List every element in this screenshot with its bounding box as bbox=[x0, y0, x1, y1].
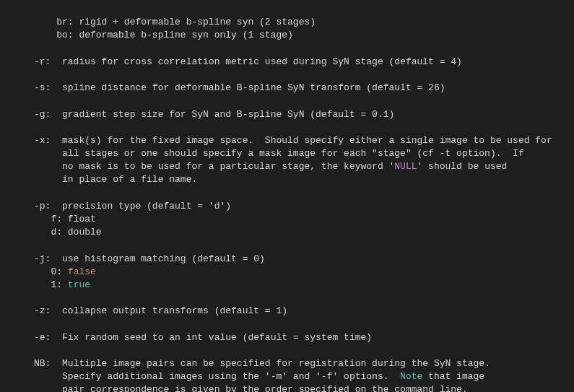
text-line: 0: false bbox=[6, 266, 96, 277]
option-x: -x: mask(s) for the fixed image space. S… bbox=[6, 135, 552, 146]
option-g: -g: gradient step size for SyN and B-spl… bbox=[6, 109, 394, 120]
keyword-note: Note bbox=[400, 371, 422, 382]
option-j: -j: use histogram matching (default = 0) bbox=[6, 253, 265, 264]
value-false: false bbox=[68, 266, 96, 277]
value-true: true bbox=[68, 279, 90, 290]
keyword-null: NULL bbox=[394, 161, 417, 172]
option-s: -s: spline distance for deformable B-spl… bbox=[6, 82, 445, 93]
text-line: f: float bbox=[6, 214, 96, 225]
option-z: -z: collapse output transforms (default … bbox=[6, 305, 287, 316]
text-line: no mask is to be used for a particular s… bbox=[6, 161, 507, 172]
nb-note: NB: Multiple image pairs can be specifie… bbox=[6, 358, 490, 369]
option-p: -p: precision type (default = 'd') bbox=[6, 201, 231, 212]
text-line: br: rigid + deformable b-spline syn (2 s… bbox=[6, 17, 316, 27]
option-e: -e: Fix random seed to an int value (def… bbox=[6, 332, 372, 343]
text-line: pair correspondence is given by the orde… bbox=[6, 384, 468, 392]
text-line: bo: deformable b-spline syn only (1 stag… bbox=[6, 30, 293, 40]
text-line: all stages or one should specify a mask … bbox=[6, 148, 524, 159]
option-r: -r: radius for cross correlation metric … bbox=[6, 56, 462, 67]
text-line: 1: true bbox=[6, 279, 90, 290]
text-line: d: double bbox=[6, 227, 102, 238]
terminal-output: br: rigid + deformable b-spline syn (2 s… bbox=[0, 0, 574, 392]
text-line: Specify additional images using the '-m'… bbox=[6, 371, 484, 382]
text-line: in place of a file name. bbox=[6, 174, 197, 185]
